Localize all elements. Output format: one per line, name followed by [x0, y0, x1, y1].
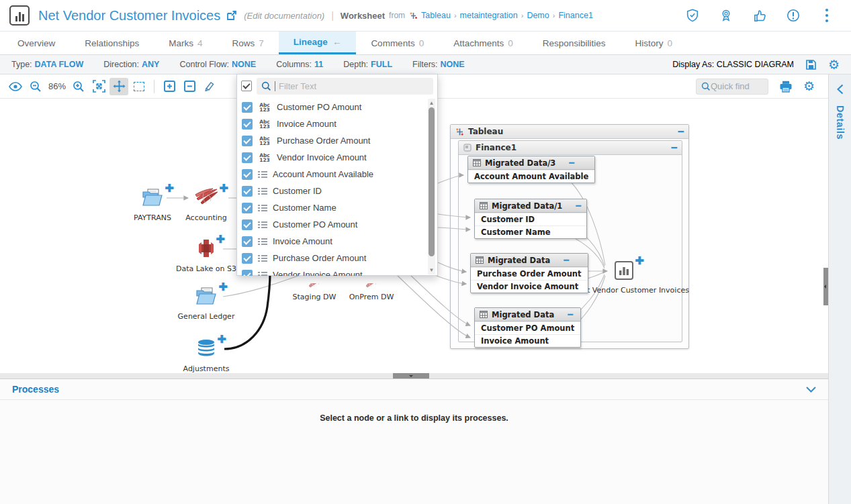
breadcrumb-link[interactable]: Demo	[527, 11, 549, 20]
tab-marks[interactable]: Marks4	[154, 32, 217, 54]
filter-text-search[interactable]	[257, 78, 433, 95]
filter-setting-columns[interactable]: Columns:11	[276, 60, 323, 69]
dropdown-scroll-thumb[interactable]	[429, 107, 435, 256]
table-column-row[interactable]: Customer ID	[475, 213, 586, 225]
expand-plus-badge[interactable]: ✚	[216, 234, 225, 245]
save-icon[interactable]	[805, 59, 817, 70]
table-column-row[interactable]: Vendor Invoice Amount	[471, 280, 588, 293]
node-adjustments[interactable]: ✚Adjustments	[159, 339, 253, 373]
checkbox-checked-icon[interactable]	[242, 152, 253, 163]
quick-find-input[interactable]	[711, 81, 759, 91]
select-all-checkbox[interactable]	[241, 81, 252, 91]
scroll-down-icon[interactable]: ▼	[428, 267, 435, 273]
column-item[interactable]: Abc123Purchase Order Amount	[237, 132, 437, 149]
tableau-container-header[interactable]: Tableau ━	[451, 125, 688, 139]
tab-responsibilities[interactable]: Responsibilities	[528, 32, 621, 54]
gear-icon[interactable]: ⚙	[828, 58, 840, 71]
expand-plus-badge[interactable]: ✚	[635, 256, 644, 266]
table-column-row[interactable]: Customer PO Amount	[475, 321, 580, 334]
table-column-row[interactable]: Purchase Order Amount	[471, 267, 588, 280]
chevron-down-icon[interactable]	[806, 387, 816, 393]
checkbox-checked-icon[interactable]	[242, 236, 253, 247]
table-header[interactable]: Migrated Data━	[475, 308, 580, 321]
table-header[interactable]: Migrated Data/3━	[468, 156, 594, 170]
collapse-table-button[interactable]: ━	[568, 309, 573, 319]
marquee-select-icon[interactable]	[130, 78, 148, 95]
collapse-container-button[interactable]: ━	[678, 126, 684, 137]
column-item[interactable]: Account Amount Available	[237, 166, 437, 183]
display-as-value[interactable]: CLASSIC DIAGRAM	[717, 60, 794, 69]
dropdown-scrollbar[interactable]: ▲ ▼	[428, 99, 435, 274]
checkbox-checked-icon[interactable]	[242, 136, 253, 146]
column-item[interactable]: Purchase Order Amount	[237, 250, 437, 266]
checkbox-checked-icon[interactable]	[242, 203, 253, 213]
filter-text-input[interactable]	[279, 81, 429, 91]
table-column-row[interactable]: Account Amount Available	[468, 170, 594, 183]
collapse-table-button[interactable]: ━	[564, 255, 569, 265]
tab-comments[interactable]: Comments0	[356, 32, 439, 54]
finance1-container-header[interactable]: Finance1 ━	[459, 141, 682, 155]
tab-relationships[interactable]: Relationships	[70, 32, 154, 54]
column-item[interactable]: Customer PO Amount	[237, 216, 437, 233]
column-item[interactable]: Customer ID	[237, 183, 437, 199]
collapse-container-button[interactable]: ━	[672, 142, 677, 153]
vertical-scrollbar[interactable]	[823, 99, 828, 373]
column-item[interactable]: Abc123Invoice Amount	[237, 115, 437, 132]
eye-icon[interactable]	[6, 78, 25, 95]
checkbox-checked-icon[interactable]	[242, 186, 253, 197]
kebab-menu-icon[interactable]	[819, 7, 835, 23]
fit-screen-icon[interactable]	[89, 78, 108, 95]
tab-rows[interactable]: Rows7	[218, 32, 279, 54]
expand-plus-badge[interactable]: ✚	[220, 183, 228, 194]
edit-documentation-link[interactable]: (Edit documentation)	[244, 11, 324, 21]
thumbs-up-icon[interactable]	[752, 7, 768, 23]
tab-overview[interactable]: Overview	[3, 32, 70, 54]
certification-badge-icon[interactable]	[718, 7, 734, 23]
filter-setting-type[interactable]: Type:DATA FLOW	[11, 60, 83, 69]
node-net-vendor-customer-invoices[interactable]: ✚ Net Vendor Customer Invoices	[577, 260, 671, 295]
filter-setting-direction[interactable]: Direction:ANY	[103, 60, 159, 69]
processes-header[interactable]: Processes	[0, 379, 828, 400]
warning-circle-icon[interactable]	[785, 7, 801, 23]
collapse-icon[interactable]	[180, 78, 199, 95]
collapse-table-button[interactable]: ━	[576, 201, 581, 211]
scroll-up-icon[interactable]: ▲	[428, 100, 435, 106]
checkbox-checked-icon[interactable]	[242, 253, 253, 264]
quick-find[interactable]	[696, 79, 768, 95]
gear-icon[interactable]: ⚙	[803, 80, 815, 93]
tab-attachments[interactable]: Attachments0	[439, 32, 528, 54]
horizontal-scrollbar[interactable]	[0, 373, 828, 379]
expand-icon[interactable]	[160, 78, 179, 95]
checkbox-checked-icon[interactable]	[242, 102, 253, 113]
checkbox-checked-icon[interactable]	[242, 119, 253, 130]
splitter-handle[interactable]	[393, 373, 429, 379]
breadcrumb-link[interactable]: Tableau	[421, 11, 451, 20]
filter-setting-depth[interactable]: Depth:FULL	[343, 60, 392, 69]
tab-history[interactable]: History0	[621, 32, 688, 54]
pan-icon[interactable]	[109, 78, 128, 95]
expand-plus-badge[interactable]: ✚	[218, 334, 226, 345]
checkbox-checked-icon[interactable]	[242, 270, 253, 276]
node-general-ledger[interactable]: ✚General Ledger	[159, 287, 253, 321]
shield-check-icon[interactable]	[684, 7, 701, 23]
column-item[interactable]: Invoice Amount	[237, 233, 437, 250]
checkbox-checked-icon[interactable]	[242, 169, 253, 180]
filter-setting-control-flow[interactable]: Control Flow:NONE	[179, 60, 256, 69]
zoom-out-icon[interactable]	[26, 78, 45, 95]
breadcrumb-link[interactable]: Finance1	[558, 11, 592, 20]
tab-lineage[interactable]: Lineage←	[279, 32, 357, 54]
vertical-scroll-thumb[interactable]	[823, 268, 828, 305]
column-item[interactable]: Abc123Vendor Invoice Amount	[237, 149, 437, 166]
details-panel-collapsed[interactable]: Details	[828, 74, 851, 504]
table-migrated-data-3[interactable]: Migrated Data/3━Account Amount Available	[467, 156, 595, 183]
column-item[interactable]: Vendor Invoice Amount	[237, 266, 437, 276]
collapse-table-button[interactable]: ━	[569, 158, 574, 168]
filter-setting-filters[interactable]: Filters:NONE	[412, 60, 465, 69]
column-item[interactable]: Customer Name	[237, 199, 437, 216]
table-header[interactable]: Migrated Data━	[471, 254, 588, 267]
zoom-in-icon[interactable]	[69, 78, 88, 95]
breadcrumb-link[interactable]: metaintegration	[460, 11, 518, 20]
table-migrated-data-1[interactable]: Migrated Data/1━Customer IDCustomer Name	[474, 199, 587, 239]
table-migrated-data[interactable]: Migrated Data━Purchase Order AmountVendo…	[470, 253, 588, 293]
table-migrated-data[interactable]: Migrated Data━Customer PO AmountInvoice …	[474, 307, 581, 348]
